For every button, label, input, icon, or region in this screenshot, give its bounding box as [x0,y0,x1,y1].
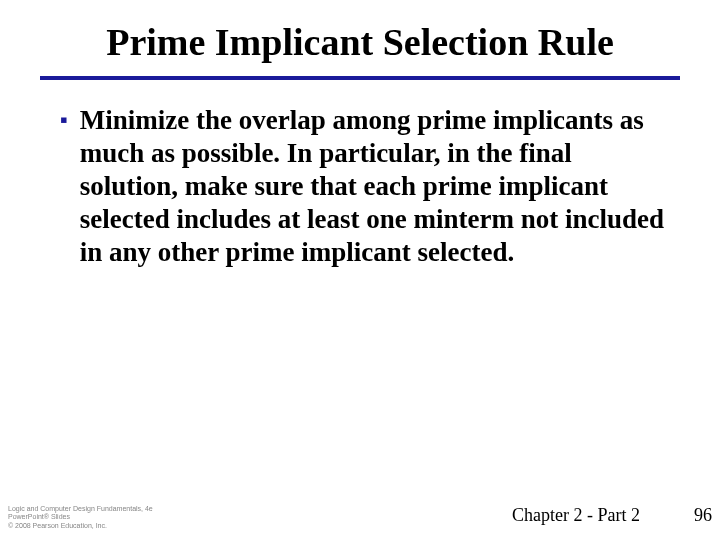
footer: Logic and Computer Design Fundamentals, … [0,490,720,530]
bullet-item: ▪ Minimize the overlap among prime impli… [60,104,670,269]
bullet-text: Minimize the overlap among prime implica… [80,104,670,269]
bullet-square-icon: ▪ [60,104,68,136]
slide-body: ▪ Minimize the overlap among prime impli… [40,104,680,269]
slide-container: Prime Implicant Selection Rule ▪ Minimiz… [0,0,720,540]
title-underline [40,76,680,80]
footer-page-number: 96 [694,505,712,526]
slide-title: Prime Implicant Selection Rule [40,20,680,76]
footer-chapter: Chapter 2 - Part 2 [0,505,720,526]
